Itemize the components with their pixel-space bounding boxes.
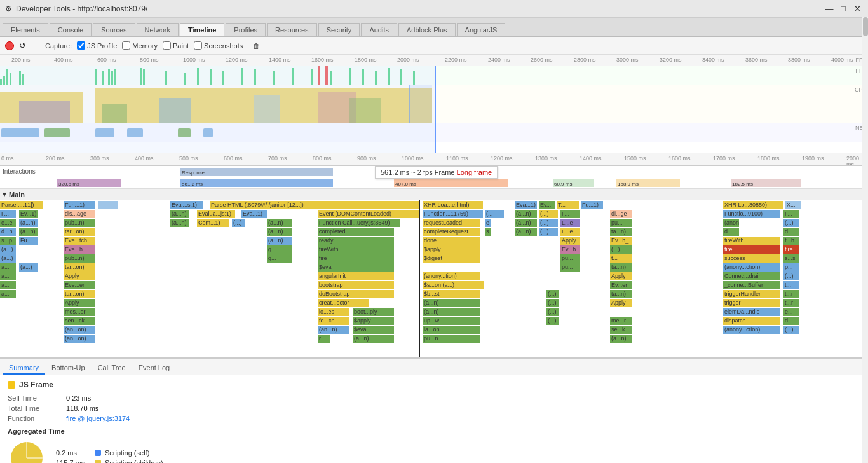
- minimize-button[interactable]: —: [824, 3, 835, 15]
- tab-angular[interactable]: AngularJS: [457, 23, 506, 36]
- block-ev2[interactable]: Ev...1): [19, 210, 38, 218]
- block-r1[interactable]: r...: [318, 335, 330, 343]
- block-success[interactable]: success: [723, 254, 780, 263]
- block-upw[interactable]: up...w: [423, 317, 480, 325]
- block-dots4[interactable]: (...): [783, 219, 799, 227]
- tab-timeline[interactable]: Timeline: [180, 23, 224, 36]
- block-an11[interactable]: (a...): [0, 245, 16, 254]
- block-an5[interactable]: (a...n): [267, 219, 292, 227]
- tab-profiles[interactable]: Profiles: [226, 23, 266, 36]
- block-ann[interactable]: (an...n): [318, 326, 349, 334]
- block-connectdrain[interactable]: Connec...drain: [723, 272, 780, 280]
- block-dots11[interactable]: (...): [546, 317, 559, 325]
- block-bootply[interactable]: boot...ply: [353, 308, 394, 316]
- main-section-header[interactable]: ▾ Main: [0, 189, 868, 200]
- block-tan2[interactable]: ta...n): [610, 263, 632, 272]
- block-pu2[interactable]: pu...: [560, 254, 580, 263]
- block-loes[interactable]: lo...es: [318, 308, 349, 316]
- block-ever[interactable]: Ev...er: [610, 281, 632, 289]
- block-evals[interactable]: Eval...s:1): [170, 201, 203, 209]
- tab-summary[interactable]: Summary: [3, 362, 45, 375]
- tab-event-log[interactable]: Event Log: [132, 362, 177, 375]
- screenshots-checkbox[interactable]: Screenshots: [194, 41, 243, 50]
- block-evetc[interactable]: Eve...tch: [64, 237, 95, 245]
- block-son[interactable]: $s...on (a...): [423, 281, 484, 289]
- block-apply5[interactable]: Apply: [610, 299, 632, 307]
- block-d4[interactable]: d...: [783, 228, 799, 236]
- block-elemda[interactable]: elemDa...ndle: [723, 308, 780, 316]
- memory-checkbox[interactable]: Memory: [122, 41, 158, 50]
- block-xhrlo2[interactable]: XHR Lo...80850): [723, 201, 783, 209]
- block-messee[interactable]: mes...er: [64, 308, 95, 316]
- tab-audits[interactable]: Audits: [361, 23, 397, 36]
- block-functio9100[interactable]: Functio...9100): [723, 210, 780, 218]
- block-connebuffer[interactable]: _conne...Buffer: [723, 281, 780, 289]
- tab-security[interactable]: Security: [318, 23, 360, 36]
- block-fun2[interactable]: Fu...1): [581, 201, 603, 209]
- block-ti[interactable]: t...: [783, 281, 799, 289]
- block-foch[interactable]: fo...ch: [318, 317, 349, 325]
- block-a4[interactable]: a...: [0, 290, 16, 298]
- block-f4[interactable]: F...: [783, 210, 799, 218]
- block-tar1[interactable]: tar...on): [64, 228, 95, 236]
- block-eveer[interactable]: Eve...er: [64, 281, 95, 289]
- block-evh2[interactable]: Ev...h_: [560, 245, 580, 254]
- block-completereq[interactable]: completeRequest: [423, 228, 480, 236]
- block-an10[interactable]: (a...n): [267, 237, 292, 245]
- close-button[interactable]: ✕: [851, 3, 863, 15]
- block-an8[interactable]: (a...n): [267, 228, 292, 236]
- block-pu3[interactable]: pu...: [560, 263, 580, 272]
- tab-console[interactable]: Console: [50, 23, 92, 36]
- block-angularinit[interactable]: angularInit: [318, 272, 394, 280]
- block-creat-invoke[interactable]: creat...ector invoke: [318, 299, 369, 307]
- block-sapply[interactable]: $apply: [423, 245, 480, 254]
- tab-adblock[interactable]: Adblock Plus: [398, 23, 456, 36]
- titlebar-controls[interactable]: — □ ✕: [824, 3, 863, 15]
- bottom-panel-scrollbar[interactable]: [862, 17, 868, 463]
- block-an7[interactable]: (a...n): [19, 228, 38, 236]
- block-ee[interactable]: e...e: [0, 219, 16, 227]
- block-com[interactable]: Com...1): [197, 219, 229, 227]
- block-dots12[interactable]: (...): [783, 326, 799, 334]
- block-dots2[interactable]: (...): [232, 219, 245, 227]
- block-dots8[interactable]: (...): [546, 290, 559, 298]
- block-an12[interactable]: (a...): [0, 254, 16, 263]
- block-sek[interactable]: se...k: [610, 326, 632, 334]
- block-f3[interactable]: F...: [560, 210, 580, 218]
- block-taron1[interactable]: tar...on): [64, 290, 95, 298]
- block-anonction2[interactable]: (anony...ction): [723, 326, 780, 334]
- block-pub2[interactable]: pub...n): [64, 254, 95, 263]
- block-a1[interactable]: a...: [0, 263, 16, 272]
- block-dots6[interactable]: (...): [610, 245, 632, 254]
- block-evh1[interactable]: Ev...h_: [610, 237, 632, 245]
- maximize-button[interactable]: □: [837, 3, 849, 15]
- block-dh[interactable]: d...h: [0, 228, 16, 236]
- block-t1[interactable]: T...: [557, 201, 579, 209]
- block-sbst[interactable]: $b...st: [423, 290, 480, 298]
- block-an14[interactable]: (a...n): [423, 299, 480, 307]
- block-e3[interactable]: e...: [783, 308, 799, 316]
- block-fw[interactable]: f...h: [783, 237, 799, 245]
- block-dotdot[interactable]: (...: [485, 210, 504, 218]
- block-trigger[interactable]: trigger: [723, 299, 780, 307]
- block-fu3[interactable]: Fu...: [19, 237, 38, 245]
- block-dobootstrap[interactable]: doBootstrap: [318, 290, 394, 298]
- block-parsehtml[interactable]: Parse HTML (:8079/#/!/janitor [12...]): [210, 201, 419, 209]
- block-bootstrap[interactable]: bootstrap: [318, 281, 394, 289]
- block-an9[interactable]: (a...n): [515, 228, 537, 236]
- block-anonction1[interactable]: (anony...ction): [723, 263, 780, 272]
- tab-call-tree[interactable]: Call Tree: [92, 362, 132, 375]
- block-an15[interactable]: (a...n): [423, 308, 480, 316]
- block-domc[interactable]: Event (DOMContentLoaded): [318, 210, 419, 218]
- block-eveh[interactable]: Eve...h_: [64, 245, 95, 254]
- block-di2[interactable]: di...ge: [610, 210, 632, 218]
- block-parse[interactable]: Parse ....11]): [0, 201, 43, 209]
- block-anon2[interactable]: (an...on): [64, 335, 95, 343]
- block-an4[interactable]: (a...n): [170, 219, 189, 227]
- block-tan[interactable]: ta...n): [610, 228, 632, 236]
- block-an6[interactable]: (a...n): [515, 219, 537, 227]
- block-le[interactable]: L...e: [560, 219, 580, 227]
- block-seval2[interactable]: $eval: [353, 326, 394, 334]
- block-an17[interactable]: (a...n): [610, 335, 632, 343]
- block-pun[interactable]: pu...n: [423, 335, 480, 343]
